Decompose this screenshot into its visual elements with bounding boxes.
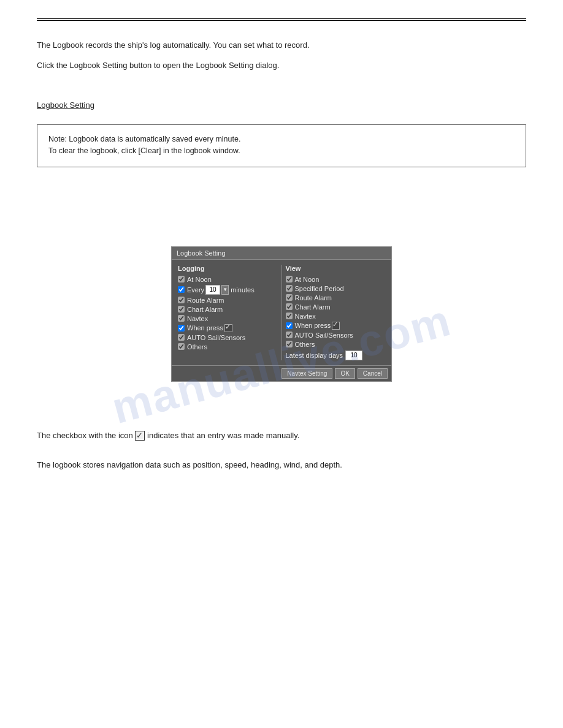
bottom-para-1: The checkbox with the icon indicates tha… (37, 430, 526, 442)
view-at-noon-label: At Noon (295, 276, 320, 283)
view-at-noon-checkbox[interactable] (286, 276, 293, 282)
body-para-4: Logbook Setting (37, 99, 526, 112)
navtex-setting-button[interactable]: Navtex Setting (282, 368, 332, 379)
logging-every-row: Every ▼ minutes (178, 285, 278, 295)
view-others-label: Others (295, 341, 315, 348)
logging-route-alarm-checkbox[interactable] (178, 297, 185, 303)
logging-auto-sail-label: AUTO Sail/Sensors (187, 334, 245, 341)
body-para-3 (37, 80, 526, 93)
view-auto-sail-row: AUTO Sail/Sensors (286, 332, 386, 339)
logging-others-label: Others (187, 343, 207, 351)
latest-display-days-row: Latest display days (286, 351, 386, 360)
view-chart-alarm-label: Chart Alarm (295, 303, 331, 311)
body-para-5 (37, 186, 526, 199)
info-box-text-1: Note: Logbook data is automatically save… (48, 135, 240, 143)
logging-at-noon-label: At Noon (187, 276, 212, 283)
logging-chart-alarm-label: Chart Alarm (187, 306, 223, 313)
view-navtex-row: Navtex (286, 313, 386, 320)
logging-when-press-icon (224, 324, 232, 332)
top-rule (37, 18, 526, 21)
view-auto-sail-label: AUTO Sail/Sensors (295, 332, 353, 339)
ok-button[interactable]: OK (335, 368, 354, 379)
logging-title: Logging (178, 265, 278, 272)
view-chart-alarm-checkbox[interactable] (286, 303, 293, 310)
logging-every-input[interactable] (205, 285, 220, 295)
logging-route-alarm-label: Route Alarm (187, 297, 224, 304)
dialog-col-divider (282, 265, 282, 360)
view-chart-alarm-row: Chart Alarm (286, 303, 386, 311)
logbook-setting-dialog: Logbook Setting Logging At Noon Every (171, 246, 392, 382)
latest-display-days-label: Latest display days (286, 352, 343, 359)
logging-at-noon-checkbox[interactable] (178, 276, 185, 282)
logbook-setting-link[interactable]: Logbook Setting (37, 100, 94, 110)
logging-every-label: Every (187, 286, 204, 294)
cancel-button[interactable]: Cancel (358, 368, 388, 379)
logging-navtex-label: Navtex (187, 315, 208, 322)
page-container: manuallive.com The Logbook records the s… (0, 0, 563, 728)
logging-chart-alarm-row: Chart Alarm (178, 306, 278, 313)
manual-entry-icon (135, 431, 145, 441)
view-auto-sail-checkbox[interactable] (286, 332, 293, 338)
body-para-2: Click the Logbook Setting button to open… (37, 59, 526, 72)
view-others-checkbox[interactable] (286, 341, 293, 347)
logging-navtex-row: Navtex (178, 315, 278, 322)
logging-others-row: Others (178, 343, 278, 351)
view-column: View At Noon Specified Period Rout (283, 265, 388, 360)
view-navtex-label: Navtex (295, 313, 316, 320)
view-others-row: Others (286, 341, 386, 348)
body-para-1: The Logbook records the ship's log autom… (37, 39, 526, 52)
latest-display-days-input[interactable] (345, 351, 362, 360)
view-when-press-label: When press (295, 322, 331, 329)
view-specified-period-label: Specified Period (295, 285, 344, 292)
logging-every-unit: minutes (229, 286, 255, 294)
dialog-wrapper: Logbook Setting Logging At Noon Every (37, 246, 526, 382)
logging-others-checkbox[interactable] (178, 343, 185, 350)
view-title: View (286, 265, 386, 272)
logging-when-press-row: When press (178, 324, 278, 332)
logging-every-checkbox[interactable] (178, 286, 185, 293)
view-when-press-checkbox[interactable] (286, 322, 293, 329)
view-route-alarm-checkbox[interactable] (286, 294, 293, 301)
body-para-7 (37, 226, 526, 239)
logging-when-press-label: When press (187, 324, 223, 332)
view-route-alarm-label: Route Alarm (295, 294, 332, 301)
view-when-press-row: When press (286, 322, 386, 330)
logging-navtex-checkbox[interactable] (178, 315, 185, 322)
bottom-para-2: The logbook stores navigation data such … (37, 459, 526, 472)
logging-every-dropdown[interactable]: ▼ (221, 285, 229, 295)
view-specified-period-checkbox[interactable] (286, 285, 293, 292)
info-box-text-2: To clear the logbook, click [Clear] in t… (48, 146, 240, 155)
logging-when-press-checkbox[interactable] (178, 325, 185, 332)
view-specified-period-row: Specified Period (286, 285, 386, 292)
logging-route-alarm-row: Route Alarm (178, 297, 278, 304)
view-route-alarm-row: Route Alarm (286, 294, 386, 301)
logging-auto-sail-checkbox[interactable] (178, 334, 185, 341)
view-at-noon-row: At Noon (286, 276, 386, 283)
logging-at-noon-row: At Noon (178, 276, 278, 283)
logging-auto-sail-row: AUTO Sail/Sensors (178, 334, 278, 341)
view-navtex-checkbox[interactable] (286, 313, 293, 319)
view-when-press-icon (332, 322, 340, 330)
dialog-body: Logging At Noon Every ▼ minutes (172, 260, 391, 365)
body-para-6 (37, 206, 526, 219)
dialog-title: Logbook Setting (172, 247, 391, 260)
info-box: Note: Logbook data is automatically save… (37, 124, 526, 167)
bottom-section: The checkbox with the icon indicates tha… (37, 400, 526, 472)
logging-chart-alarm-checkbox[interactable] (178, 306, 185, 313)
logging-column: Logging At Noon Every ▼ minutes (175, 265, 280, 360)
dialog-footer: Navtex Setting OK Cancel (172, 365, 391, 381)
